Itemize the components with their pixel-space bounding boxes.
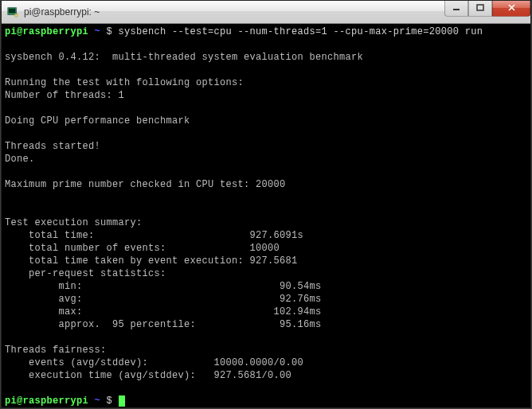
putty-icon bbox=[6, 6, 19, 18]
output-line: sysbench 0.4.12: multi-threaded system e… bbox=[5, 52, 363, 63]
svg-rect-1 bbox=[9, 9, 16, 14]
output-line: Done. bbox=[5, 154, 35, 165]
prompt-dollar: $ bbox=[100, 26, 119, 37]
output-line: Maximum prime number checked in CPU test… bbox=[5, 179, 286, 190]
maximize-button[interactable] bbox=[468, 1, 492, 17]
prompt-sep bbox=[88, 26, 95, 37]
output-line: Threads fairness: bbox=[5, 345, 107, 356]
output-line: Number of threads: 1 bbox=[5, 90, 124, 101]
output-line: events (avg/stddev): 10000.0000/0.00 bbox=[5, 357, 303, 368]
svg-rect-4 bbox=[477, 5, 483, 10]
output-line: Threads started! bbox=[5, 141, 100, 152]
output-line: approx. 95 percentile: 95.16ms bbox=[5, 319, 322, 330]
output-line: Doing CPU performance benchmark bbox=[5, 115, 190, 127]
svg-rect-3 bbox=[453, 9, 460, 10]
prompt-user-host: pi@raspberrypi bbox=[5, 26, 88, 37]
prompt-path: ~ bbox=[95, 26, 101, 37]
cursor bbox=[119, 395, 125, 407]
output-line: execution time (avg/stddev): 927.5681/0.… bbox=[5, 370, 291, 381]
window-title: pi@raspberrypi: ~ bbox=[24, 6, 444, 18]
svg-rect-2 bbox=[15, 14, 18, 18]
titlebar[interactable]: pi@raspberrypi: ~ bbox=[2, 1, 530, 24]
command-text: sysbench --test=cpu --num-threads=1 --cp… bbox=[119, 26, 483, 37]
output-line: total time: 927.6091s bbox=[5, 230, 303, 241]
output-line: max: 102.94ms bbox=[5, 306, 322, 317]
output-line: avg: 92.76ms bbox=[5, 294, 322, 305]
prompt2-path: ~ bbox=[95, 395, 101, 407]
output-line: total time taken by event execution: 927… bbox=[5, 255, 298, 267]
terminal-body[interactable]: pi@raspberrypi ~ $ sysbench --test=cpu -… bbox=[2, 24, 530, 407]
terminal-window: pi@raspberrypi: ~ pi@raspberrypi ~ $ sys… bbox=[1, 0, 531, 408]
close-button[interactable] bbox=[492, 1, 530, 17]
minimize-button[interactable] bbox=[444, 1, 468, 17]
output-line: Test execution summary: bbox=[5, 217, 143, 228]
prompt2-user-host: pi@raspberrypi bbox=[5, 395, 88, 407]
window-controls bbox=[444, 1, 530, 17]
output-line: per-request statistics: bbox=[5, 268, 166, 279]
output-line: Running the test with following options: bbox=[5, 77, 244, 88]
prompt2-sep bbox=[88, 395, 95, 407]
output-line: total number of events: 10000 bbox=[5, 243, 280, 254]
prompt2-dollar: $ bbox=[100, 395, 119, 407]
output-line: min: 90.54ms bbox=[5, 281, 322, 292]
